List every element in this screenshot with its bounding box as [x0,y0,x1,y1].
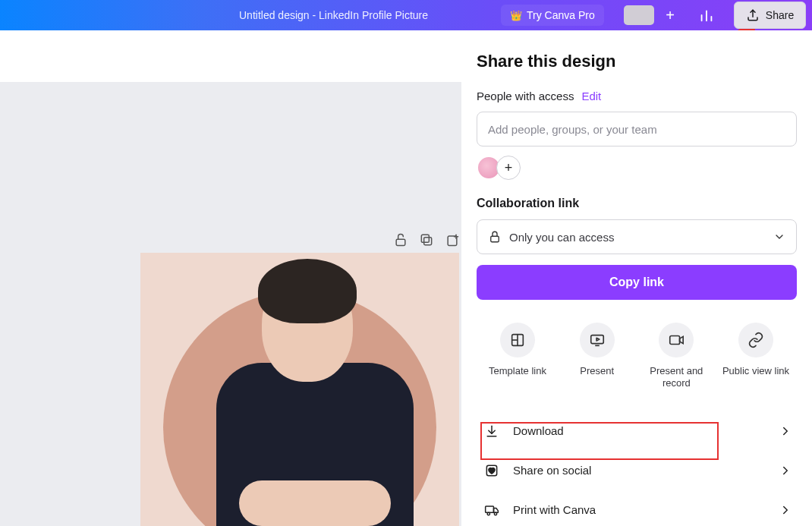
svg-rect-6 [424,238,432,245]
add-people-input[interactable] [477,112,797,146]
canvas-area [0,30,461,526]
edit-access-link[interactable]: Edit [581,90,601,102]
print-canva-label: Print with Canva [513,503,596,516]
public-view-link-label: Public view link [722,365,789,377]
template-link-label: Template link [489,365,546,377]
user-chip[interactable] [624,5,654,25]
collaboration-link-title: Collaboration link [477,197,797,210]
copy-link-button[interactable]: Copy link [477,265,797,300]
try-pro-label: Try Canva Pro [527,9,595,21]
present-record-label: Present and record [637,365,716,390]
link-icon [747,332,764,348]
svg-marker-16 [596,338,600,341]
record-icon [668,332,685,348]
design-preview[interactable] [140,253,459,526]
svg-rect-11 [491,236,499,242]
chevron-right-icon [779,464,792,477]
chevron-right-icon [779,424,792,438]
share-panel-title: Share this design [477,52,797,71]
share-on-social-item[interactable]: Share on social [477,451,797,490]
svg-rect-23 [486,506,494,512]
lock-icon [488,230,502,244]
access-avatars: + [477,156,797,180]
chevron-right-icon [779,503,792,517]
template-icon [509,332,526,348]
document-title[interactable]: Untitled design - LinkedIn Profile Pictu… [239,9,428,21]
svg-rect-5 [396,239,405,245]
lock-icon[interactable] [393,232,408,247]
present-record-action[interactable]: Present and record [637,323,716,390]
share-actions-row: Template link Present [477,323,797,390]
download-item[interactable]: Download [477,411,797,451]
public-view-link-action[interactable]: Public view link [716,323,795,390]
svg-rect-15 [590,335,603,344]
duplicate-icon[interactable] [419,232,434,247]
svg-rect-8 [448,236,457,246]
share-button-label: Share [766,9,794,21]
top-bar: Untitled design - LinkedIn Profile Pictu… [0,0,812,30]
link-access-value: Only you can access [509,231,614,244]
portrait-arms [239,480,391,526]
present-label: Present [580,365,614,377]
heart-icon [483,461,501,480]
add-person-avatar-button[interactable]: + [496,156,521,180]
share-panel: Share this design People with access Edi… [461,30,812,526]
canvas-tools [393,232,460,247]
svg-rect-18 [670,336,680,345]
portrait-hair [258,259,357,323]
add-collaborator-button[interactable]: + [660,7,680,24]
svg-rect-7 [421,235,429,242]
svg-point-24 [487,512,489,515]
print-with-canva-item[interactable]: Print with Canva [477,490,797,527]
share-social-label: Share on social [513,464,591,477]
link-access-select[interactable]: Only you can access [477,219,797,254]
present-action[interactable]: Present [558,323,637,390]
template-link-action[interactable]: Template link [478,323,557,390]
download-icon [483,422,501,440]
truck-icon [483,501,501,519]
people-with-access-label: People with access [477,90,574,102]
canvas-background[interactable] [0,82,461,526]
analytics-icon[interactable] [698,7,715,24]
add-page-icon[interactable] [445,232,460,247]
chevron-down-icon [773,231,785,243]
try-canva-pro-button[interactable]: 👑 Try Canva Pro [501,5,604,26]
upload-icon [746,8,760,22]
present-icon [589,332,606,348]
svg-point-25 [494,512,496,515]
share-button[interactable]: Share [734,2,806,29]
download-label: Download [513,424,564,437]
crown-icon: 👑 [510,10,522,21]
